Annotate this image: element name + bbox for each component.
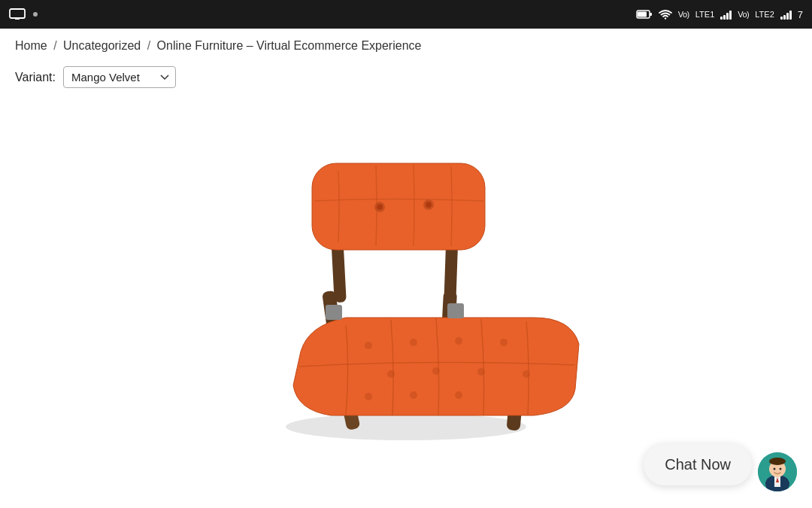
breadcrumb-page: Online Furniture – Virtual Ecommerce Exp…	[157, 39, 422, 52]
main-content: Home / Uncategorized / Online Furniture …	[0, 29, 812, 508]
svg-rect-1	[15, 18, 20, 20]
battery-icon	[636, 9, 653, 20]
svg-point-5	[665, 17, 666, 19]
svg-rect-24	[312, 163, 485, 250]
breadcrumb-sep1: /	[53, 39, 56, 52]
svg-point-21	[455, 391, 462, 399]
status-bar-left	[9, 8, 38, 20]
breadcrumb-sep2: /	[147, 39, 150, 52]
svg-point-14	[500, 339, 508, 346]
breadcrumb-home[interactable]: Home	[15, 39, 47, 52]
lte2-label: Vo)	[738, 10, 749, 19]
svg-point-20	[410, 391, 417, 399]
chair-image	[188, 103, 624, 449]
lte1-text: LTE1	[695, 10, 714, 19]
chat-avatar[interactable]	[758, 452, 797, 491]
svg-rect-3	[650, 13, 652, 16]
chair-container	[15, 103, 797, 449]
svg-rect-0	[10, 9, 25, 18]
svg-point-13	[455, 337, 462, 345]
svg-point-6	[286, 413, 526, 440]
chair-svg	[188, 103, 624, 449]
svg-point-27	[377, 204, 383, 210]
monitor-icon	[9, 8, 26, 20]
avatar-svg	[758, 452, 797, 491]
svg-point-38	[780, 468, 782, 470]
breadcrumb: Home / Uncategorized / Online Furniture …	[15, 39, 797, 53]
svg-point-19	[365, 393, 372, 400]
svg-point-36	[769, 458, 786, 465]
lte2-signal	[780, 9, 792, 20]
status-bar-right: Vo) LTE1 Vo) LTE2 7	[636, 9, 803, 20]
svg-rect-30	[447, 303, 464, 318]
svg-rect-4	[638, 12, 647, 17]
variant-select[interactable]: Mango Velvet Navy Blue Forest Green Char…	[63, 66, 176, 88]
status-bar: Vo) LTE1 Vo) LTE2 7	[0, 0, 812, 29]
lte1-signal	[720, 9, 732, 20]
wifi-icon	[659, 9, 672, 20]
chat-now-button[interactable]: Chat Now	[644, 444, 752, 485]
svg-point-17	[477, 368, 485, 376]
chat-now-label: Chat Now	[665, 456, 731, 473]
lte1-label: Vo)	[678, 10, 689, 19]
svg-point-18	[523, 370, 530, 378]
variant-label: Variant:	[15, 71, 56, 84]
svg-rect-29	[326, 305, 342, 320]
svg-point-12	[410, 339, 417, 346]
battery-percent: 7	[798, 9, 803, 20]
svg-point-15	[387, 370, 395, 378]
svg-point-37	[774, 468, 776, 470]
variant-row: Variant: Mango Velvet Navy Blue Forest G…	[15, 66, 797, 88]
lte2-text: LTE2	[755, 10, 774, 19]
breadcrumb-category[interactable]: Uncategorized	[63, 39, 141, 52]
svg-point-16	[432, 367, 440, 375]
svg-point-28	[426, 202, 432, 208]
status-dot	[33, 12, 38, 17]
svg-point-11	[365, 342, 372, 349]
